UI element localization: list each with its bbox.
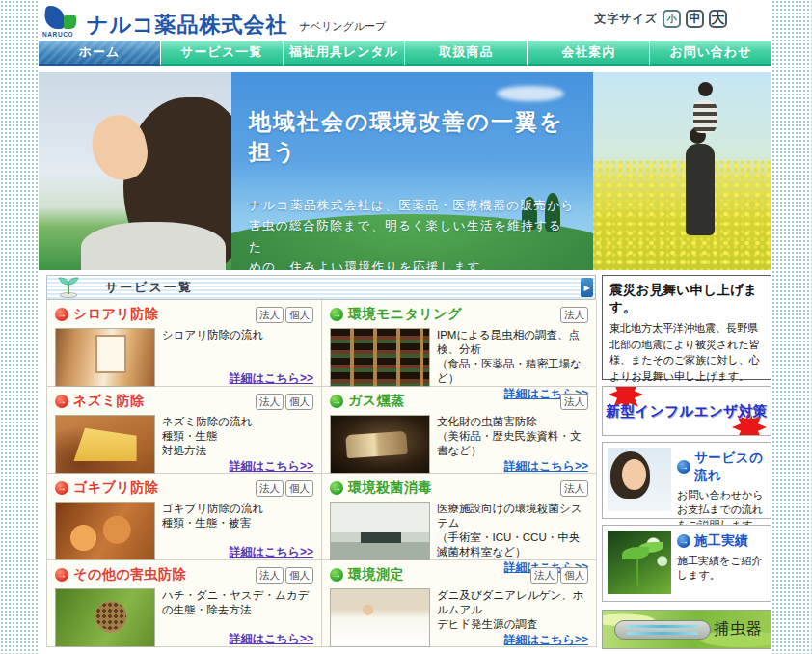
badge-corporate: 法人 <box>560 480 588 497</box>
service-photo-storage-racks <box>330 328 430 387</box>
badge-individual: 個人 <box>285 394 313 410</box>
child-head-shape <box>698 82 713 96</box>
font-size-large-button[interactable]: 大 <box>709 10 727 28</box>
arrow-circle-icon: → <box>677 460 690 474</box>
operator-photo <box>608 448 671 511</box>
service-title[interactable]: ネズミ防除 <box>73 393 144 410</box>
font-size-medium-button[interactable]: 中 <box>686 10 704 28</box>
nav-tab-products[interactable]: 取扱商品 <box>405 41 528 66</box>
company-name: ナルコ薬品株式会社 <box>87 14 288 36</box>
service-flow-title[interactable]: サービスの流れ <box>694 450 766 484</box>
arrow-circle-icon: → <box>55 308 68 321</box>
service-photo-cheese <box>55 415 155 474</box>
arrow-circle-icon: → <box>330 395 343 408</box>
badge-individual: 個人 <box>285 307 313 323</box>
service-description: ダニ及びダニアレルゲン、ホルムアル デヒド発生源の調査 <box>437 588 588 632</box>
service-title[interactable]: 環境測定 <box>348 566 404 584</box>
arrow-circle-icon: → <box>55 395 68 408</box>
construction-results-title[interactable]: 施工実績 <box>694 532 748 550</box>
badge-corporate: 法人 <box>256 480 284 497</box>
hero-woman-jacket <box>81 222 226 270</box>
arrow-circle-icon: → <box>677 534 690 548</box>
sprout-photo <box>608 531 671 594</box>
detail-link[interactable]: 詳細はこちら>> <box>504 458 588 475</box>
influenza-banner-label: 新型インフルエンザ対策 <box>606 402 767 421</box>
service-photo-old-book <box>330 415 430 474</box>
service-title[interactable]: ガス燻蒸 <box>348 393 405 410</box>
services-section-title: サービス一覧 <box>105 279 193 296</box>
sidebar: 震災お見舞い申し上げます。 東北地方太平洋沖地震、長野県北部の地震により被災され… <box>602 275 771 649</box>
disaster-notice-box: 震災お見舞い申し上げます。 東北地方太平洋沖地震、長野県北部の地震により被災され… <box>602 275 771 380</box>
hero-message-panel: 地域社会の環境改善の一翼を担う ナルコ薬品株式会社は、医薬品・医療機器の販売から… <box>231 72 593 270</box>
nav-tab-welfare-rental[interactable]: 福祉用具レンタル <box>284 41 406 66</box>
section-scroll-arrow-button[interactable]: ▶ <box>581 278 593 297</box>
font-size-controls: 文字サイズ 小 中 大 <box>594 10 727 28</box>
insect-trap-lamp-icon <box>614 620 711 640</box>
services-section-header: サービス一覧 ▶ <box>46 275 596 300</box>
service-title[interactable]: その他の害虫防除 <box>73 566 186 584</box>
service-card-fumigation: → ガス燻蒸 法人 文化財の虫菌害防除 （美術品・歴史民族資料・文書など） 詳細… <box>322 387 597 474</box>
arrow-circle-icon: → <box>55 481 68 495</box>
detail-link[interactable]: 詳細はこちら>> <box>230 544 313 560</box>
service-title[interactable]: シロアリ防除 <box>73 306 158 323</box>
influenza-banner[interactable]: 新型インフルエンザ対策 <box>602 386 771 436</box>
service-photo-copper-pots <box>55 502 155 560</box>
service-card-other-pests: → その他の害虫防除 法人 個人 ハチ・ダニ・ヤスデ・ムカデ の生態・除去方法 … <box>47 560 322 647</box>
service-description: IPMによる昆虫相の調査、点検、分析 （食品・医薬品・精密工場など） <box>437 328 588 386</box>
service-photo-hospital-room <box>330 502 430 560</box>
hero-photo-woman <box>39 72 231 270</box>
badge-individual: 個人 <box>285 567 313 584</box>
insect-trap-label: 捕虫器 <box>714 619 763 640</box>
service-title[interactable]: 環境殺菌消毒 <box>348 479 432 497</box>
parent-silhouette <box>686 144 715 235</box>
nav-tab-home[interactable]: ホーム <box>39 41 161 66</box>
service-card-rodent: → ネズミ防除 法人 個人 ネズミ防除の流れ 種類・生態 対処方法 詳細はこちら… <box>47 387 322 474</box>
logo-naruco-text: NARUCO <box>42 31 73 38</box>
detail-link[interactable]: 詳細はこちら>> <box>230 631 313 647</box>
badge-individual: 個人 <box>285 480 313 497</box>
service-flow-box[interactable]: → サービスの流れ お問い合わせからお支払までの流れをご説明します。 <box>602 442 771 519</box>
service-description: 医療施設向けの環境殺菌システム （手術室・ICU・CCU・中央滅菌材料室など） <box>437 502 588 559</box>
detail-link[interactable]: 詳細はこちら>> <box>230 370 313 387</box>
company-logo[interactable]: NARUCO ナルコ薬品株式会社 ナベリングループ <box>42 5 386 36</box>
service-description: ネズミ防除の流れ 種類・生態 対処方法 <box>162 415 313 458</box>
badge-corporate: 法人 <box>530 567 558 584</box>
service-title[interactable]: ゴキブリ防除 <box>73 479 158 497</box>
logo-green-shape <box>64 15 76 29</box>
font-size-small-button[interactable]: 小 <box>663 10 681 28</box>
arrow-circle-icon: → <box>330 568 343 582</box>
service-card-cockroach: → ゴキブリ防除 法人 個人 ゴキブリ防除の流れ 種類・生態・被害 詳細はこちら… <box>47 474 322 560</box>
badge-corporate: 法人 <box>256 567 284 584</box>
nav-tab-contact[interactable]: お問い合わせ <box>650 41 771 66</box>
badge-corporate: 法人 <box>560 307 588 323</box>
nav-tab-services[interactable]: サービス一覧 <box>161 41 284 66</box>
font-size-label: 文字サイズ <box>594 11 658 27</box>
naruco-logo-icon: NARUCO <box>42 5 81 36</box>
service-title[interactable]: 環境モニタリング <box>348 306 462 323</box>
construction-results-body: 施工実績をご紹介します。 <box>677 554 766 584</box>
hero-banner: 地域社会の環境改善の一翼を担う ナルコ薬品株式会社は、医薬品・医療機器の販売から… <box>39 72 771 270</box>
hero-description: ナルコ薬品株式会社は、医薬品・医療機器の販売から 害虫の総合防除まで、明るく楽し… <box>249 196 576 270</box>
badge-individual: 個人 <box>560 567 588 584</box>
service-card-termite: → シロアリ防除 法人 個人 シロアリ防除の流れ 詳細はこちら>> <box>47 300 322 387</box>
service-photo-bedroom <box>330 588 430 647</box>
service-description: 文化財の虫菌害防除 （美術品・歴史民族資料・文書など） <box>437 415 588 458</box>
construction-results-box[interactable]: → 施工実績 施工実績をご紹介します。 <box>602 525 771 602</box>
arrow-circle-icon: → <box>330 308 343 321</box>
service-description: ゴキブリ防除の流れ 種類・生態・被害 <box>162 502 313 531</box>
service-photo-interior-room <box>55 328 155 387</box>
flower-field-shape <box>593 161 771 270</box>
service-card-monitoring: → 環境モニタリング 法人 IPMによる昆虫相の調査、点検、分析 （食品・医薬品… <box>322 300 597 387</box>
page-container: NARUCO ナルコ薬品株式会社 ナベリングループ 文字サイズ 小 中 大 ホー… <box>39 0 771 654</box>
nav-tab-company[interactable]: 会社案内 <box>528 41 650 66</box>
arrow-circle-icon: → <box>55 568 68 582</box>
cloud-shape <box>497 86 564 101</box>
arrow-circle-icon: → <box>330 481 343 495</box>
hero-title: 地域社会の環境改善の一翼を担う <box>249 107 576 167</box>
detail-link[interactable]: 詳細はこちら>> <box>230 458 313 475</box>
hero-photo-family <box>593 72 771 270</box>
insect-trap-banner[interactable]: 捕虫器 <box>602 610 771 649</box>
detail-link[interactable]: 詳細はこちら>> <box>504 632 588 648</box>
service-card-sterilization: → 環境殺菌消毒 法人 医療施設向けの環境殺菌システム （手術室・ICU・CCU… <box>322 474 597 560</box>
service-description: シロアリ防除の流れ <box>162 328 313 342</box>
